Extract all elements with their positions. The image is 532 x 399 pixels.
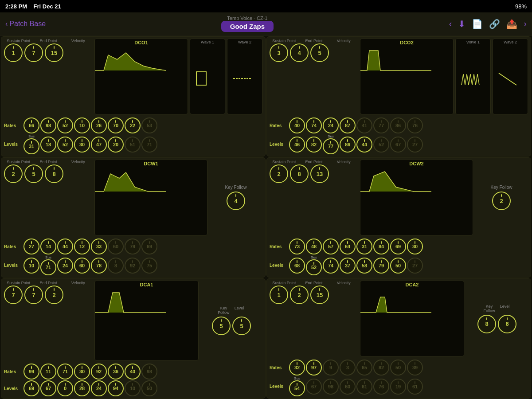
dco1-r1[interactable]: 66 xyxy=(23,117,39,133)
dca2-ep-knob[interactable]: 2 xyxy=(290,286,309,304)
dcw2-l3[interactable]: 74 xyxy=(323,258,339,274)
dca2-lvl-knob[interactable]: 6 xyxy=(498,315,516,333)
dca2-r8[interactable]: 39 xyxy=(407,360,423,376)
dcw1-r1[interactable]: 27 xyxy=(23,239,39,254)
dca1-r4[interactable]: 30 xyxy=(74,364,90,379)
dco2-r6[interactable]: 77 xyxy=(373,117,389,133)
dcw1-l2[interactable]: 71 xyxy=(40,259,56,275)
dca1-vel-knob[interactable]: 2 xyxy=(45,286,63,304)
dcw1-r3[interactable]: 44 xyxy=(57,239,73,254)
dco2-sp-knob[interactable]: 3 xyxy=(270,43,288,62)
dca1-r1[interactable]: 99 xyxy=(23,364,39,379)
dca2-sp-knob[interactable]: 1 xyxy=(270,286,288,304)
dcw2-l2[interactable]: 52 xyxy=(306,259,322,275)
dco1-r3[interactable]: 52 xyxy=(57,117,73,133)
dcw2-r7[interactable]: 69 xyxy=(390,239,406,254)
dcw2-r4[interactable]: 64 xyxy=(340,239,356,254)
dco1-l6[interactable]: 20 xyxy=(108,137,124,153)
dcw2-r1[interactable]: 73 xyxy=(289,239,305,254)
dcw2-kf-knob[interactable]: 2 xyxy=(492,192,511,210)
dca2-l4[interactable]: 60 xyxy=(340,379,356,395)
dcw2-r6[interactable]: 84 xyxy=(373,239,389,254)
dco1-r4[interactable]: 10 xyxy=(74,117,90,133)
dca1-r7[interactable]: 40 xyxy=(125,364,141,379)
next-icon[interactable]: › xyxy=(524,19,527,29)
dco1-sp-knob[interactable]: 1 xyxy=(4,43,23,62)
dcw2-l8[interactable]: 27 xyxy=(407,258,423,274)
dca1-kf-knob[interactable]: 5 xyxy=(212,317,231,335)
dco2-vel-knob[interactable]: 5 xyxy=(310,43,329,62)
dcw1-sp-knob[interactable]: 2 xyxy=(4,164,23,183)
dca1-l4[interactable]: 28 xyxy=(74,380,90,396)
dco2-l3[interactable]: 77 xyxy=(323,138,339,154)
dcw2-r2[interactable]: 48 xyxy=(306,239,322,254)
dca2-l7[interactable]: 19 xyxy=(390,379,406,395)
dca2-r6[interactable]: 82 xyxy=(373,360,389,376)
dca1-l7[interactable]: 10 xyxy=(125,380,141,396)
dca2-kf-knob[interactable]: 8 xyxy=(477,315,496,333)
dca1-l5[interactable]: 24 xyxy=(91,380,107,396)
dcw2-l6[interactable]: 79 xyxy=(373,258,389,274)
dca2-l3[interactable]: 98 xyxy=(323,379,339,395)
dcw1-r6[interactable]: 60 xyxy=(108,239,124,254)
dca2-r5[interactable]: 65 xyxy=(356,360,372,376)
dcw1-l8[interactable]: 75 xyxy=(141,258,157,274)
dco1-l1[interactable]: 31 xyxy=(23,138,39,154)
dca2-l2[interactable]: 67 xyxy=(306,379,322,395)
dco2-l1[interactable]: 46 xyxy=(289,137,305,153)
dcw1-r8[interactable]: 69 xyxy=(141,239,157,254)
dcw2-l5[interactable]: 58 xyxy=(356,258,372,274)
dca1-ep-knob[interactable]: 7 xyxy=(24,286,43,304)
dcw1-l5[interactable]: 78 xyxy=(91,258,107,274)
dcw1-l7[interactable]: 92 xyxy=(125,258,141,274)
dca2-r7[interactable]: 50 xyxy=(390,360,406,376)
dco1-l7[interactable]: 51 xyxy=(125,137,141,153)
dco2-l2[interactable]: 82 xyxy=(306,137,322,153)
dco2-r7[interactable]: 86 xyxy=(390,117,406,133)
dca1-l8[interactable]: 50 xyxy=(141,380,157,396)
dcw1-ep-knob[interactable]: 5 xyxy=(24,164,43,183)
dca2-l8[interactable]: 61 xyxy=(407,379,423,395)
dcw2-l1[interactable]: 68 xyxy=(289,258,305,274)
dcw1-r7[interactable]: 79 xyxy=(125,239,141,254)
dco2-r8[interactable]: 76 xyxy=(407,117,423,133)
export-icon[interactable]: 📤 xyxy=(506,19,517,29)
dco1-l2[interactable]: 18 xyxy=(40,137,56,153)
dca2-r1[interactable]: 32 xyxy=(289,360,305,376)
dco1-l5[interactable]: 47 xyxy=(91,137,107,153)
dca1-sp-knob[interactable]: 7 xyxy=(4,286,23,304)
dca2-vel-knob[interactable]: 15 xyxy=(310,286,329,304)
dcw1-r4[interactable]: 12 xyxy=(74,239,90,254)
dca2-l1[interactable]: 54 xyxy=(289,380,305,396)
dco2-r2[interactable]: 74 xyxy=(306,117,322,133)
share-icon[interactable]: 🔗 xyxy=(489,19,500,29)
dcw1-r5[interactable]: 33 xyxy=(91,239,107,254)
dco1-l8[interactable]: 71 xyxy=(141,137,157,153)
dca1-r5[interactable]: 92 xyxy=(91,364,107,379)
dca1-l6[interactable]: 94 xyxy=(108,380,124,396)
dca1-r6[interactable]: 36 xyxy=(108,364,124,379)
dca1-lvl-knob[interactable]: 5 xyxy=(232,317,251,335)
dco2-r3[interactable]: 24 xyxy=(323,117,339,133)
dco2-ep-knob[interactable]: 4 xyxy=(290,43,309,62)
dca1-l1[interactable]: 69 xyxy=(23,380,39,396)
dca1-l2[interactable]: 67 xyxy=(40,380,56,396)
back-button[interactable]: ‹ Patch Base xyxy=(5,20,46,28)
dco1-r7[interactable]: 22 xyxy=(125,117,141,133)
dcw1-l1[interactable]: 10 xyxy=(23,258,39,274)
dcw2-r3[interactable]: 57 xyxy=(323,239,339,254)
dca1-r8[interactable]: 98 xyxy=(141,364,157,379)
dco1-vel-knob[interactable]: 15 xyxy=(45,43,63,62)
dca1-r2[interactable]: 11 xyxy=(40,364,56,379)
dco2-l5[interactable]: 44 xyxy=(356,137,372,153)
dco1-r2[interactable]: 98 xyxy=(40,117,56,133)
dco1-r5[interactable]: 26 xyxy=(91,117,107,133)
dca2-r3[interactable]: 9 xyxy=(323,360,339,376)
dca2-r2[interactable]: 97 xyxy=(306,360,322,376)
dcw1-vel-knob[interactable]: 8 xyxy=(45,164,63,183)
download-icon[interactable]: ⬇ xyxy=(458,19,466,29)
dcw2-r5[interactable]: 31 xyxy=(356,239,372,254)
dcw2-l7[interactable]: 50 xyxy=(390,258,406,274)
dcw1-r2[interactable]: 14 xyxy=(40,239,56,254)
dcw1-kf-knob[interactable]: 4 xyxy=(227,192,245,210)
